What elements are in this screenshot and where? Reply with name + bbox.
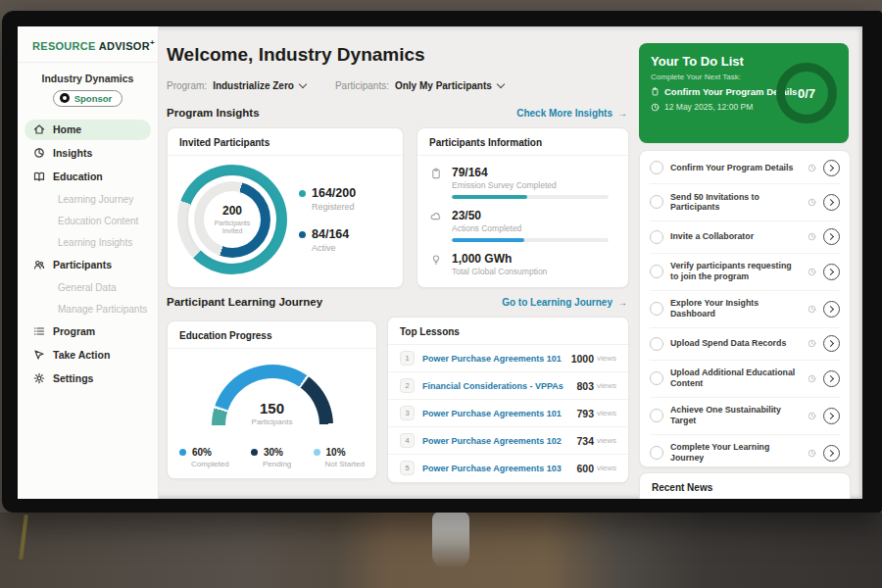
gear-icon [32, 372, 45, 385]
clock-icon [808, 339, 816, 348]
task-checkbox[interactable] [650, 446, 663, 460]
program-dropdown[interactable]: Program: Industrialize Zero [167, 80, 306, 91]
home-icon [32, 123, 45, 136]
task-checkbox[interactable] [650, 371, 663, 385]
lesson-rank: 3 [400, 406, 415, 420]
clock-icon [808, 232, 816, 241]
task-chevron-button[interactable] [823, 264, 840, 280]
donut-legend: 164/200 Registered 84/164 Active [299, 186, 356, 253]
participants-dropdown[interactable]: Participants: Only My Participants [335, 80, 504, 91]
sidebar-item-learning-insights[interactable]: Learning Insights [24, 233, 151, 252]
task-item[interactable]: Verify participants requesting to join t… [650, 254, 840, 291]
task-chevron-button[interactable] [823, 160, 840, 176]
section-title-program-insights: Program Insights [167, 107, 260, 119]
go-to-learning-journey-link[interactable]: Go to Learning Journey → [502, 297, 627, 308]
arrow-right-icon: → [617, 297, 627, 308]
task-checkbox[interactable] [650, 409, 663, 422]
card-title: Top Lessons [388, 318, 628, 345]
task-checkbox[interactable] [650, 337, 663, 351]
task-item[interactable]: Upload Spend Data Records [650, 328, 840, 361]
legend-dot-not-started [314, 449, 320, 456]
task-checkbox[interactable] [650, 161, 663, 174]
sidebar-item-settings[interactable]: Settings [24, 368, 151, 389]
legend-active: 84/164 Active [299, 227, 356, 253]
task-checkbox[interactable] [650, 265, 663, 278]
sidebar-item-insights[interactable]: Insights [24, 143, 151, 164]
section-title-learning-journey: Participant Learning Journey [167, 296, 322, 308]
sponsor-icon [60, 93, 70, 103]
task-item[interactable]: Complete Your Learning Journey [650, 435, 840, 467]
task-item[interactable]: Upload Additional Educational Content [650, 361, 840, 398]
clock-icon [808, 305, 816, 314]
progress-track [452, 195, 609, 199]
task-checkbox[interactable] [650, 195, 663, 209]
sidebar-item-manage-participants[interactable]: Manage Participants [24, 300, 151, 318]
task-item[interactable]: Achieve One Sustainability Target [650, 398, 840, 435]
lesson-link[interactable]: Financial Considerations - VPPAs [422, 381, 576, 391]
task-item[interactable]: Send 50 Invitations to Participants [650, 184, 840, 221]
card-title: Participants Information [417, 128, 628, 156]
task-chevron-button[interactable] [823, 228, 840, 245]
gauge-legend: 60% Completed 30% Pending 10% Not Starte… [179, 447, 365, 468]
sidebar: RESOURCE ADVISOR+ Industry Dynamics Spon… [18, 26, 159, 499]
recent-news-card: Recent News [639, 472, 851, 499]
lesson-link[interactable]: Power Purchase Agreements 101 [422, 354, 571, 364]
clock-icon [808, 412, 816, 420]
legend-registered: 164/200 Registered [299, 186, 356, 212]
task-item[interactable]: Confirm Your Program Details [650, 152, 840, 184]
sidebar-nav: Home Insights Education Learning Journey… [18, 120, 158, 389]
task-chevron-button[interactable] [823, 445, 840, 462]
sidebar-item-participants[interactable]: Participants [24, 255, 151, 275]
lesson-rank: 4 [400, 433, 415, 448]
lesson-link[interactable]: Power Purchase Agreements 101 [422, 409, 576, 418]
sidebar-item-program[interactable]: Program [24, 321, 151, 342]
dashboard-screen: RESOURCE ADVISOR+ Industry Dynamics Spon… [18, 26, 862, 499]
legend-dot-completed [179, 449, 186, 456]
invited-donut-chart: 200 Participants Invited [177, 165, 287, 274]
sidebar-item-home[interactable]: Home [24, 120, 151, 140]
lesson-rank: 2 [400, 378, 415, 393]
clock-icon [808, 374, 816, 383]
program-value: Industrialize Zero [213, 80, 294, 91]
donut-center-label: Participants Invited [204, 220, 261, 236]
participants-label: Participants: [335, 80, 389, 91]
legend-dot-registered [299, 190, 306, 197]
lesson-row: 2 Financial Considerations - VPPAs 803 v… [388, 372, 628, 400]
legend-not-started: 10% Not Started [314, 447, 365, 468]
task-chevron-button[interactable] [823, 370, 840, 387]
brand-plus: + [150, 38, 155, 47]
sidebar-program-name: Industry Dynamics [18, 73, 158, 84]
lesson-link[interactable]: Power Purchase Agreements 102 [422, 436, 576, 446]
task-chevron-button[interactable] [823, 301, 840, 318]
progress-fill-actions [452, 238, 524, 242]
sidebar-item-take-action[interactable]: Take Action [24, 345, 151, 366]
check-more-insights-link[interactable]: Check More Insights → [516, 108, 627, 119]
task-chevron-button[interactable] [823, 194, 840, 211]
task-chevron-button[interactable] [823, 408, 840, 424]
gauge-center-value: 150 [212, 400, 333, 416]
task-chevron-button[interactable] [823, 335, 840, 352]
brand-advisor: ADVISOR [99, 40, 150, 52]
cloud-icon [429, 209, 443, 242]
sidebar-item-learning-journey[interactable]: Learning Journey [24, 190, 151, 209]
sidebar-item-education-content[interactable]: Education Content [24, 212, 151, 230]
sponsor-badge[interactable]: Sponsor [53, 90, 123, 107]
filter-bar: Program: Industrialize Zero Participants… [167, 80, 504, 91]
task-checkbox[interactable] [650, 230, 663, 244]
lesson-link[interactable]: Power Purchase Agreements 103 [422, 464, 576, 473]
sidebar-item-education[interactable]: Education [24, 167, 151, 187]
top-lessons-card: Top Lessons 1 Power Purchase Agreements … [387, 317, 629, 483]
task-item[interactable]: Invite a Collaborator [650, 221, 840, 254]
task-checkbox[interactable] [650, 302, 663, 316]
clipboard-icon [651, 87, 660, 96]
task-item[interactable]: Explore Your Insights Dashboard [650, 291, 840, 328]
sidebar-item-general-data[interactable]: General Data [24, 278, 151, 297]
invited-participants-card: Invited Participants 200 Participants In… [167, 127, 404, 288]
clock-icon [808, 268, 816, 276]
todo-progress-value: 0/7 [798, 86, 815, 101]
todo-datetime: 12 May 2025, 12:00 PM [664, 102, 753, 112]
chevron-down-icon [299, 80, 307, 88]
progress-track [452, 238, 609, 242]
todo-progress-ring: 0/7 [776, 63, 837, 123]
clock-icon [808, 164, 816, 172]
